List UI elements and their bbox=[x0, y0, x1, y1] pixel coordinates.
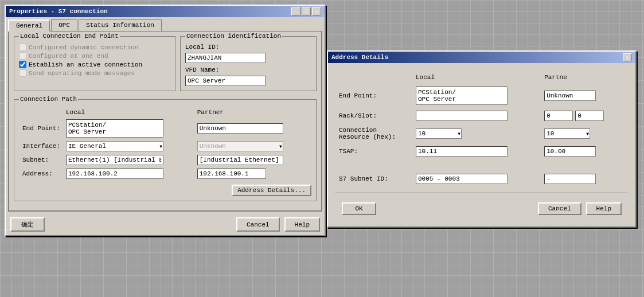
address-local-input[interactable] bbox=[66, 169, 163, 179]
local-id-label: Local ID: bbox=[185, 44, 219, 50]
properties-titlebar: Properties - S7 connection _ □ ✕ bbox=[6, 6, 325, 17]
addr-rack-slot-row: Rack/Slot: bbox=[337, 109, 626, 123]
addr-tsap-row: TSAP: bbox=[337, 144, 626, 158]
connection-path-fieldset: Connection Path Local Partner End Point:… bbox=[14, 99, 317, 201]
send-operating-label: Send operating mode messages bbox=[29, 70, 135, 77]
establish-active-checkbox[interactable] bbox=[19, 61, 26, 68]
addr-col-partner: Partne bbox=[542, 72, 626, 83]
addr-footer-left: OK bbox=[342, 202, 376, 215]
interface-local-select[interactable]: IE General bbox=[66, 141, 163, 151]
end-point-local-input[interactable]: PCStation/OPC Server bbox=[66, 119, 163, 138]
addr-separator bbox=[335, 193, 629, 193]
configured-one-end-row: Configured at one end bbox=[19, 52, 170, 60]
establish-active-label: Establish an active connection bbox=[29, 61, 142, 68]
addr-footer-right: Cancel Help bbox=[538, 202, 622, 215]
help-button[interactable]: Help bbox=[284, 217, 320, 232]
addr-cancel-button[interactable]: Cancel bbox=[538, 202, 581, 215]
connection-path-legend: Connection Path bbox=[19, 96, 78, 103]
addr-rack-slot-label: Rack/Slot: bbox=[337, 109, 412, 123]
local-connection-fieldset: Local Connection End Point Configured dy… bbox=[14, 36, 175, 91]
send-operating-checkbox[interactable] bbox=[19, 69, 26, 77]
address-row: Address: bbox=[20, 167, 310, 180]
tab-bar: General OPC Status Information bbox=[6, 17, 325, 31]
subnet-label: Subnet: bbox=[20, 154, 63, 166]
interface-partner-select[interactable]: Unknown bbox=[197, 141, 283, 151]
subnet-row: Subnet: bbox=[20, 154, 310, 166]
props-footer: 确定 Cancel Help bbox=[6, 214, 325, 235]
tab-content-general: Local Connection End Point Configured dy… bbox=[8, 31, 322, 212]
subnet-local-input[interactable] bbox=[66, 155, 163, 165]
cancel-button[interactable]: Cancel bbox=[236, 217, 280, 232]
end-point-partner-input[interactable] bbox=[197, 123, 283, 134]
addr-conn-resource-partner-wrapper: 10 bbox=[544, 128, 590, 139]
addr-tsap-local[interactable] bbox=[416, 146, 508, 157]
configured-dynamic-row: Configured dynamic connection bbox=[19, 44, 170, 51]
address-details-button[interactable]: Address Details... bbox=[232, 185, 311, 196]
interface-row: Interface: IE General Unknown bbox=[20, 140, 310, 153]
interface-local-select-wrapper: IE General bbox=[66, 141, 163, 151]
addr-s7-subnet-partner[interactable] bbox=[544, 174, 596, 184]
connection-id-legend: Connection identification bbox=[185, 33, 282, 40]
configured-dynamic-checkbox[interactable] bbox=[19, 44, 26, 51]
addr-title: Address Details bbox=[331, 54, 388, 61]
connection-path-table: Local Partner End Point: PCStation/OPC S… bbox=[19, 107, 311, 181]
local-id-row: Local ID: bbox=[185, 44, 311, 50]
addr-s7-subnet-row: S7 Subnet ID: bbox=[337, 172, 626, 186]
addr-s7-subnet-label: S7 Subnet ID: bbox=[337, 172, 412, 186]
address-label: Address: bbox=[20, 167, 63, 180]
addr-rack-slot-local[interactable] bbox=[416, 111, 508, 121]
addr-titlebar-buttons: ✕ bbox=[623, 53, 632, 61]
close-button[interactable]: ✕ bbox=[312, 7, 321, 15]
properties-title: Properties - S7 connection bbox=[9, 8, 108, 15]
maximize-button[interactable]: □ bbox=[302, 7, 311, 15]
end-point-row: End Point: PCStation/OPC Server bbox=[20, 118, 310, 139]
addr-content: Local Partne End Point: PCStation/OPC Se… bbox=[328, 63, 635, 226]
tab-status[interactable]: Status Information bbox=[79, 19, 162, 31]
tab-general[interactable]: General bbox=[8, 19, 50, 32]
col-local-header: Local bbox=[64, 108, 194, 117]
addr-titlebar: Address Details ✕ bbox=[328, 52, 635, 63]
address-details-window: Address Details ✕ Local Partne End Point… bbox=[327, 50, 637, 228]
properties-window: Properties - S7 connection _ □ ✕ General… bbox=[5, 5, 326, 236]
addr-conn-resource-local-wrapper: 10 bbox=[416, 128, 462, 139]
vfd-name-row: VFD Name: bbox=[185, 67, 311, 73]
address-partner-input[interactable] bbox=[197, 169, 266, 179]
addr-conn-resource-local-select[interactable]: 10 bbox=[416, 128, 462, 139]
addr-end-point-row: End Point: PCStation/OPC Server bbox=[337, 85, 626, 107]
subnet-partner-input[interactable] bbox=[197, 155, 283, 165]
connection-id-fieldset: Connection identification Local ID: VFD … bbox=[180, 36, 317, 91]
addr-help-button[interactable]: Help bbox=[586, 202, 622, 215]
local-id-input[interactable] bbox=[185, 53, 266, 63]
addr-detail-table: Local Partne End Point: PCStation/OPC Se… bbox=[335, 70, 629, 188]
addr-col-local: Local bbox=[414, 72, 540, 83]
addr-end-point-local[interactable]: PCStation/OPC Server bbox=[416, 87, 508, 105]
vfd-name-label: VFD Name: bbox=[185, 67, 219, 73]
col-partner-header: Partner bbox=[195, 108, 310, 117]
addr-rack-slot-partner2[interactable] bbox=[575, 111, 604, 121]
addr-rack-slot-partner1[interactable] bbox=[544, 111, 573, 121]
configured-one-end-label: Configured at one end bbox=[29, 53, 108, 60]
send-operating-row: Send operating mode messages bbox=[19, 69, 170, 77]
interface-partner-select-wrapper: Unknown bbox=[197, 141, 283, 151]
vfd-name-input[interactable] bbox=[185, 76, 266, 86]
interface-label: Interface: bbox=[20, 140, 63, 153]
establish-active-row: Establish an active connection bbox=[19, 61, 170, 68]
addr-spacer-row bbox=[337, 161, 626, 170]
addr-s7-subnet-local[interactable] bbox=[416, 174, 508, 184]
addr-footer: OK Cancel Help bbox=[335, 198, 629, 220]
tab-opc[interactable]: OPC bbox=[51, 19, 77, 31]
addr-conn-resource-partner-select[interactable]: 10 bbox=[544, 128, 590, 139]
configured-one-end-checkbox[interactable] bbox=[19, 52, 26, 60]
addr-ok-button[interactable]: OK bbox=[342, 202, 376, 215]
configured-dynamic-label: Configured dynamic connection bbox=[29, 44, 138, 51]
end-point-label: End Point: bbox=[20, 118, 63, 139]
addr-tsap-partner[interactable] bbox=[544, 146, 596, 157]
local-connection-legend: Local Connection End Point bbox=[19, 33, 120, 40]
addr-close-button[interactable]: ✕ bbox=[623, 53, 632, 61]
addr-conn-resource-row: ConnectionResource (hex): 10 10 bbox=[337, 125, 626, 142]
addr-end-point-label: End Point: bbox=[337, 85, 412, 107]
addr-conn-resource-label: ConnectionResource (hex): bbox=[337, 125, 412, 142]
addr-end-point-partner[interactable] bbox=[544, 91, 596, 101]
ok-button[interactable]: 确定 bbox=[10, 217, 45, 232]
minimize-button[interactable]: _ bbox=[291, 7, 300, 15]
